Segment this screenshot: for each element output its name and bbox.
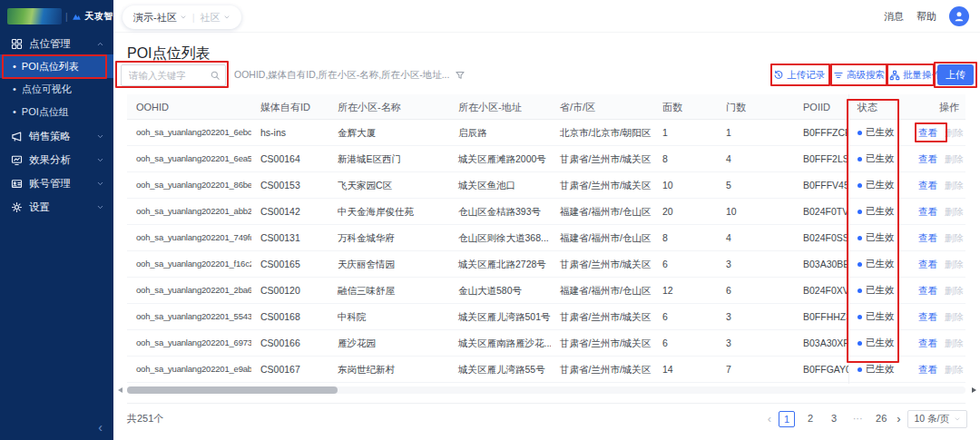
search-icon[interactable] [210, 70, 220, 81]
chevron-down-icon [96, 132, 104, 141]
batch-operation-button[interactable]: 批量操作 [889, 64, 941, 86]
advanced-search-label: 高级搜索 [847, 69, 885, 82]
page-size-value: 10 条/页 [914, 413, 949, 425]
status-dot-icon [858, 210, 862, 214]
poi-table: OOHID媒体自有ID所在小区-名称所在小区-地址省/市/区面数门数POIID状… [127, 94, 965, 383]
cell-name: 中天金海岸俊仕苑 [328, 199, 449, 224]
view-link[interactable]: 查看 [918, 180, 937, 191]
page-button-3[interactable]: 3 [826, 411, 842, 427]
hscrollbar-thumb[interactable] [127, 386, 338, 394]
table-header-row: OOHID媒体自有ID所在小区-名称所在小区-地址省/市/区面数门数POIID状… [127, 94, 965, 120]
sidebar-item-poi-list[interactable]: •POI点位列表 [0, 54, 113, 78]
cell-oohid: ooh_sa_yuanlang202201_86be4a... [127, 172, 251, 198]
table-row: ooh_sa_yuanlang202201_f16c25...CS00165天庆… [127, 251, 965, 278]
delete-link[interactable]: 删除 [945, 364, 964, 375]
cell-actions: 查看删除 [909, 172, 965, 198]
sidebar-group-point-mgmt[interactable]: 点位管理 [0, 33, 113, 54]
view-link[interactable]: 查看 [918, 285, 937, 296]
person-icon [953, 10, 965, 23]
cell-status: 已生效 [848, 225, 909, 250]
delete-link[interactable]: 删除 [945, 232, 964, 243]
cell-actions: 查看删除 [909, 278, 965, 303]
cell-address: 城关区雁南路雁沙花... [449, 330, 551, 356]
sidebar-group-label: 效果分析 [29, 153, 90, 167]
cell-address: 城关区鱼池口 [449, 172, 551, 198]
view-link[interactable]: 查看 [918, 153, 937, 164]
brand-mark-icon [72, 12, 82, 22]
hscroll-left-arrow-icon[interactable] [118, 387, 122, 393]
cell-poiid: B024F0XVAR [794, 278, 848, 303]
advanced-search-button[interactable]: 高级搜索 [833, 64, 885, 86]
delete-link[interactable]: 删除 [945, 311, 964, 322]
status-badge: 已生效 [866, 179, 895, 191]
page-button-26[interactable]: 26 [873, 411, 889, 427]
delete-link[interactable]: 删除 [945, 337, 964, 348]
view-link[interactable]: 查看 [918, 364, 937, 375]
sidebar-item-label: POI点位组 [22, 105, 69, 119]
chevron-down-icon [223, 14, 230, 21]
column-header: 操作 [909, 94, 965, 119]
sidebar-group-effect-analysis[interactable]: 效果分析 [0, 149, 113, 171]
column-header: OOHID [127, 94, 251, 119]
delete-link[interactable]: 删除 [945, 206, 964, 217]
cell-name: 天庆丽舍情园 [328, 251, 449, 277]
user-avatar[interactable] [949, 6, 969, 26]
sidebar-item-poi-visual[interactable]: •点位可视化 [0, 78, 113, 101]
cell-faces: 1 [653, 120, 717, 145]
workspace-select-value: 演示-社区 [133, 11, 177, 24]
brand-area: | 天攻智投 [0, 0, 113, 33]
page-title: POI点位列表 [127, 44, 211, 64]
page-button-1[interactable]: 1 [779, 411, 795, 427]
delete-link[interactable]: 删除 [945, 153, 964, 164]
cell-actions: 查看删除 [909, 304, 965, 329]
view-link[interactable]: 查看 [918, 337, 937, 348]
page-size-select[interactable]: 10 条/页 [907, 410, 967, 428]
next-page-icon[interactable]: › [897, 411, 900, 427]
table-row: ooh_sa_yuanlang202201_6973f7...CS00166雁沙… [127, 330, 965, 357]
gear-icon [11, 201, 23, 213]
status-badge: 已生效 [866, 310, 895, 323]
sidebar-group-settings[interactable]: 设置 [0, 196, 113, 218]
delete-link[interactable]: 删除 [945, 127, 964, 138]
filter-funnel-icon[interactable] [455, 70, 466, 81]
grid-icon [11, 38, 23, 50]
page-button-2[interactable]: 2 [802, 411, 818, 427]
view-link[interactable]: 查看 [918, 259, 937, 269]
cell-oohid: ooh_sa_yuanlang202201_6973f7... [127, 330, 251, 356]
table-body: ooh_sa_yuanlang202201_6ebca4...hs-ins金辉大… [127, 120, 965, 383]
view-link[interactable]: 查看 [918, 127, 937, 138]
cell-media_id: CS00153 [251, 172, 328, 198]
column-header: 省/市/区 [551, 94, 653, 119]
sidebar-group-sales-strategy[interactable]: 销售策略 [0, 125, 113, 147]
delete-link[interactable]: 删除 [945, 180, 964, 191]
hscroll-right-arrow-icon[interactable] [972, 387, 976, 393]
hscrollbar-track[interactable] [127, 386, 965, 394]
delete-link[interactable]: 删除 [945, 285, 964, 296]
cell-name: 东岗世纪新村 [328, 357, 449, 382]
workspace-select[interactable]: 演示-社区 [133, 11, 187, 24]
delete-link[interactable]: 删除 [945, 259, 964, 269]
cell-media_id: CS00165 [251, 251, 328, 277]
brand-logo-image [7, 8, 62, 24]
help-link[interactable]: 帮助 [916, 10, 936, 24]
cell-region: 甘肃省/兰州市/城关区 [551, 304, 653, 329]
view-link[interactable]: 查看 [918, 311, 937, 322]
bullet-icon: • [13, 84, 16, 94]
upload-button[interactable]: 上传 [937, 64, 974, 85]
messages-link[interactable]: 消息 [884, 10, 904, 24]
scope-select[interactable]: 社区 [201, 11, 230, 24]
cell-media_id: CS00166 [251, 330, 328, 356]
prev-page-icon[interactable]: ‹ [768, 411, 771, 427]
cell-region: 甘肃省/兰州市/城关区 [551, 330, 653, 356]
cell-doors: 5 [717, 172, 794, 198]
sidebar-group-account-mgmt[interactable]: 账号管理 [0, 172, 113, 194]
status-dot-icon [858, 183, 862, 188]
cell-status: 已生效 [848, 304, 909, 329]
view-link[interactable]: 查看 [918, 232, 937, 243]
table-row: ooh_sa_yuanlang202201_86be4a...CS00153飞天… [127, 172, 965, 199]
upload-record-button[interactable]: 上传记录 [773, 64, 825, 86]
sidebar-collapse-icon[interactable]: ‹ [98, 420, 103, 435]
sidebar-item-poi-group[interactable]: •POI点位组 [0, 101, 113, 123]
status-badge: 已生效 [866, 284, 895, 297]
view-link[interactable]: 查看 [918, 206, 937, 217]
